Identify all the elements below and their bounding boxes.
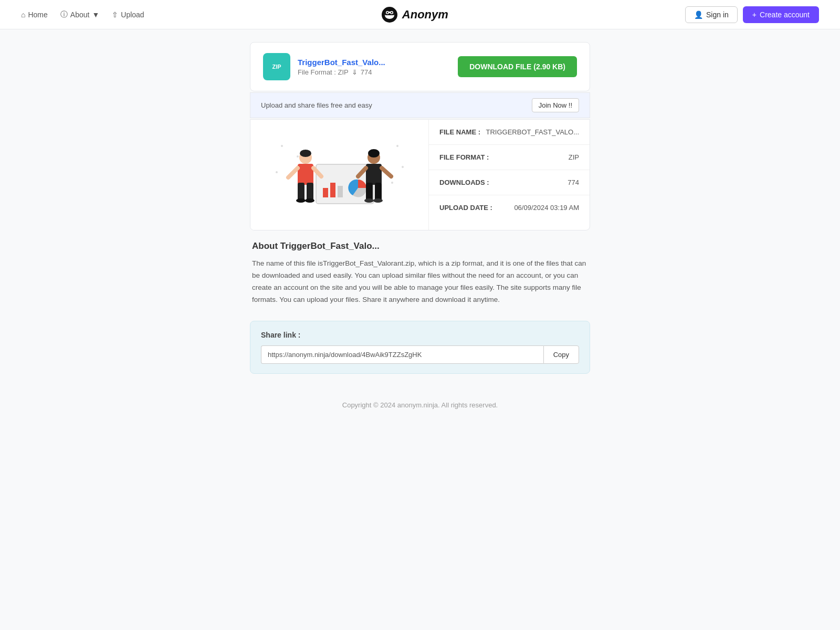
share-url-input[interactable] <box>261 345 543 364</box>
footer-text: Copyright © 2024 anonym.ninja. All right… <box>342 401 498 409</box>
illustration-svg <box>266 130 413 219</box>
svg-point-12 <box>391 182 393 184</box>
main-wrapper: ZIP TriggerBot_Fast_Valo... File Format … <box>242 29 598 386</box>
filename-value: TRIGGERBOT_FAST_VALO... <box>486 128 579 136</box>
svg-rect-14 <box>323 188 328 197</box>
copy-button[interactable]: Copy <box>543 345 579 364</box>
about-title: About TriggerBot_Fast_Valo... <box>252 241 588 251</box>
file-card: ZIP TriggerBot_Fast_Valo... File Format … <box>250 42 590 91</box>
about-section: About TriggerBot_Fast_Valo... The name o… <box>250 230 590 317</box>
upload-icon: ⇧ <box>112 10 118 19</box>
file-details: FILE NAME : TRIGGERBOT_FAST_VALO... FILE… <box>429 120 590 230</box>
svg-line-31 <box>382 168 391 176</box>
illustration <box>250 120 429 230</box>
svg-point-6 <box>391 12 392 13</box>
download-icon-small: ⇓ <box>352 68 358 76</box>
svg-point-19 <box>300 150 311 157</box>
detail-row-format: FILE FORMAT : ZIP <box>429 145 590 170</box>
svg-rect-15 <box>330 183 335 197</box>
share-input-row: Copy <box>261 345 579 364</box>
file-meta: File Format : ZIP ⇓ 774 <box>298 68 385 76</box>
content-box: FILE NAME : TRIGGERBOT_FAST_VALO... FILE… <box>250 119 590 230</box>
signin-button[interactable]: 👤 Sign in <box>685 6 738 23</box>
nav-home[interactable]: ⌂ Home <box>21 10 48 19</box>
file-name: TriggerBot_Fast_Valo... <box>298 58 385 67</box>
logo-text: Anonym <box>402 8 448 22</box>
nav-left: ⌂ Home ⓘ About ▼ ⇧ Upload <box>21 10 144 19</box>
svg-rect-33 <box>375 183 382 201</box>
svg-rect-29 <box>366 164 382 185</box>
file-text: TriggerBot_Fast_Valo... File Format : ZI… <box>298 58 385 76</box>
info-icon: ⓘ <box>60 10 68 19</box>
downloads-value: 774 <box>568 178 579 186</box>
zip-icon: ZIP <box>263 53 290 80</box>
content-flex: FILE NAME : TRIGGERBOT_FAST_VALO... FILE… <box>250 120 590 230</box>
svg-rect-24 <box>307 183 313 201</box>
format-value: ZIP <box>569 153 579 161</box>
upload-date-label: UPLOAD DATE : <box>439 204 492 212</box>
file-downloads-meta: 774 <box>361 68 372 76</box>
svg-rect-20 <box>298 164 313 185</box>
file-info: ZIP TriggerBot_Fast_Valo... File Format … <box>263 53 385 80</box>
navbar: ⌂ Home ⓘ About ▼ ⇧ Upload Anonym 👤 Sign <box>0 0 840 29</box>
upload-date-value: 06/09/2024 03:19 AM <box>514 204 579 212</box>
svg-rect-32 <box>366 183 373 201</box>
svg-point-7 <box>281 145 283 147</box>
downloads-label: DOWNLOADS : <box>439 178 489 186</box>
share-box: Share link : Copy <box>250 321 590 374</box>
svg-point-8 <box>297 155 299 158</box>
signin-label: Sign in <box>706 10 729 19</box>
create-account-button[interactable]: + Create account <box>743 6 819 23</box>
file-format-meta: File Format : ZIP <box>298 68 349 76</box>
svg-point-28 <box>368 149 380 158</box>
svg-point-35 <box>373 198 383 203</box>
nav-about[interactable]: ⓘ About ▼ <box>60 10 99 19</box>
nav-upload-label: Upload <box>121 10 144 19</box>
detail-row-uploaddate: UPLOAD DATE : 06/09/2024 03:19 AM <box>429 195 590 220</box>
footer: Copyright © 2024 anonym.ninja. All right… <box>0 386 840 424</box>
detail-row-downloads: DOWNLOADS : 774 <box>429 170 590 195</box>
home-icon: ⌂ <box>21 10 25 19</box>
site-logo[interactable]: Anonym <box>381 6 448 23</box>
filename-label: FILE NAME : <box>439 128 480 136</box>
svg-point-5 <box>386 12 388 13</box>
signin-icon: 👤 <box>694 10 703 19</box>
banner: Upload and share files free and easy Joi… <box>250 92 590 118</box>
svg-point-26 <box>305 198 314 203</box>
about-text: The name of this file isTriggerBot_Fast_… <box>252 258 588 306</box>
svg-point-34 <box>364 198 374 203</box>
svg-line-21 <box>288 168 298 177</box>
logo-icon <box>381 6 398 23</box>
svg-point-11 <box>402 166 404 168</box>
nav-right: 👤 Sign in + Create account <box>685 6 819 23</box>
create-account-label: Create account <box>760 10 810 19</box>
svg-rect-16 <box>338 186 343 197</box>
share-label: Share link : <box>261 331 579 339</box>
svg-rect-23 <box>298 183 304 201</box>
detail-row-filename: FILE NAME : TRIGGERBOT_FAST_VALO... <box>429 120 590 145</box>
join-now-button[interactable]: Join Now !! <box>532 98 579 112</box>
download-button[interactable]: DOWNLOAD FILE (2.90 KB) <box>458 56 577 77</box>
nav-upload[interactable]: ⇧ Upload <box>112 10 144 19</box>
chevron-down-icon: ▼ <box>92 10 99 19</box>
format-label: FILE FORMAT : <box>439 153 489 161</box>
banner-text: Upload and share files free and easy <box>261 101 372 109</box>
add-user-icon: + <box>752 10 757 19</box>
svg-point-10 <box>396 145 398 147</box>
svg-point-25 <box>296 198 306 203</box>
nav-about-label: About <box>70 10 90 19</box>
nav-home-label: Home <box>28 10 47 19</box>
svg-point-9 <box>276 171 278 173</box>
zip-icon-label: ZIP <box>272 64 281 70</box>
